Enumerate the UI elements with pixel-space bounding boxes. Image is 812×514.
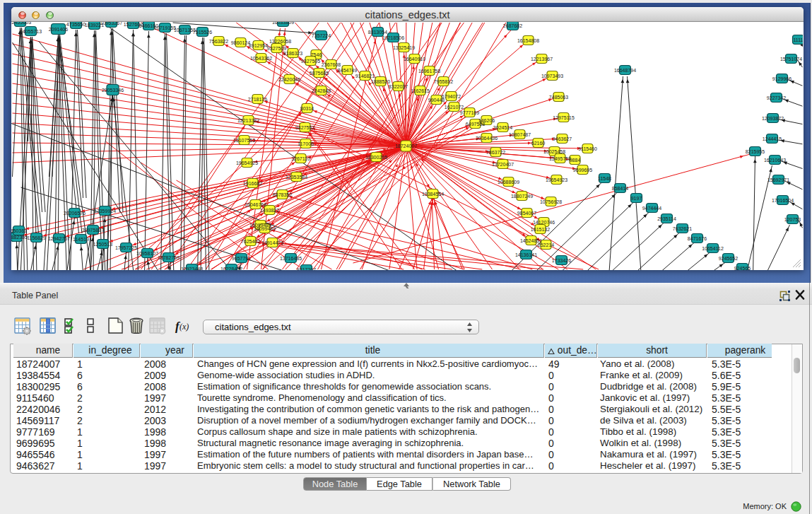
svg-text:39975887: 39975887 [82,228,104,233]
svg-text:16640910: 16640910 [404,57,425,62]
svg-text:16961758: 16961758 [418,69,440,74]
svg-text:13226058: 13226058 [269,39,291,44]
svg-text:8471676: 8471676 [688,236,707,241]
svg-text:16033809: 16033809 [272,22,294,25]
svg-text:7632621: 7632621 [673,226,692,231]
svg-text:120753: 120753 [784,217,801,222]
svg-text:9227342: 9227342 [767,95,786,100]
svg-text:114519: 114519 [73,237,89,242]
svg-text:2935114: 2935114 [657,216,676,221]
svg-text:9777169: 9777169 [460,110,479,115]
svg-text:7515526: 7515526 [193,30,212,35]
svg-text:1733426: 1733426 [552,258,571,263]
svg-text:12353584: 12353584 [286,175,307,180]
svg-text:8813054: 8813054 [368,30,387,35]
svg-text:10688609: 10688609 [498,180,519,185]
svg-text:10973493: 10973493 [541,74,563,78]
svg-text:10958107: 10958107 [136,251,158,256]
svg-text:15495758: 15495758 [549,156,571,161]
svg-text:8186323: 8186323 [283,51,302,56]
svg-text:12093872: 12093872 [762,116,784,121]
svg-text:15751074: 15751074 [780,57,802,62]
svg-text:7625402: 7625402 [241,239,260,244]
svg-text:8912954: 8912954 [249,43,268,48]
svg-text:19218506: 19218506 [382,35,404,40]
svg-text:12942757: 12942757 [48,236,70,241]
svg-text:1621072: 1621072 [445,105,464,110]
svg-text:16046766: 16046766 [245,202,266,207]
svg-text:1916682: 1916682 [243,181,262,186]
svg-text:252214: 252214 [538,243,554,247]
svg-text:4735650: 4735650 [66,22,86,27]
svg-text:13716485: 13716485 [280,256,302,261]
svg-text:14055713: 14055713 [20,29,42,34]
svg-text:1156829: 1156829 [27,235,46,240]
svg-text:80314: 80314 [300,106,314,111]
svg-text:9146821: 9146821 [355,74,375,78]
svg-text:1888520: 1888520 [371,79,390,84]
svg-text:14136141: 14136141 [515,252,537,257]
svg-text:9884: 9884 [570,158,581,163]
svg-text:10543362: 10543362 [250,56,272,61]
svg-text:10756928: 10756928 [540,199,562,204]
svg-text:10228452: 10228452 [220,267,242,271]
svg-text:8454749: 8454749 [338,68,357,73]
svg-text:20206576: 20206576 [64,211,86,216]
svg-text:2687682: 2687682 [503,23,522,28]
svg-text:17016504: 17016504 [772,198,794,203]
svg-text:10807487: 10807487 [509,132,531,137]
svg-text:5875685: 5875685 [310,71,329,76]
svg-text:22420046: 22420046 [278,77,300,82]
svg-text:1493822: 1493822 [260,208,279,213]
svg-text:(x): (x) [180,322,189,332]
svg-text:7955812: 7955812 [434,79,453,84]
svg-text:10953267: 10953267 [100,22,122,25]
svg-text:9327505: 9327505 [301,59,320,64]
svg-text:14914479: 14914479 [261,240,283,245]
svg-text:9860124: 9860124 [231,40,250,45]
svg-text:13325419: 13325419 [393,45,415,50]
svg-text:25882305: 25882305 [11,235,28,240]
svg-text:12923448: 12923448 [181,267,203,271]
svg-text:9699695: 9699695 [573,168,592,173]
svg-text:7546: 7546 [311,52,322,57]
svg-text:9474444: 9474444 [642,206,661,211]
svg-text:1162615: 1162615 [411,88,430,93]
svg-text:7563822: 7563822 [209,39,228,44]
svg-text:16782759: 16782759 [158,255,180,260]
svg-text:1244415: 1244415 [763,136,782,141]
svg-text:858414: 858414 [612,186,628,191]
svg-text:3024514: 3024514 [493,125,512,130]
svg-text:1111: 1111 [793,37,803,42]
svg-text:9129966: 9129966 [772,76,792,81]
svg-text:850361: 850361 [11,228,27,233]
svg-text:16210643: 16210643 [764,158,786,163]
svg-text:22455603: 22455603 [11,22,31,25]
svg-text:9427552: 9427552 [295,125,314,130]
svg-text:16099489: 16099489 [254,226,276,231]
svg-text:13720407: 13720407 [492,162,514,167]
svg-text:17957225: 17957225 [115,245,137,250]
svg-text:29053346: 29053346 [102,88,124,93]
svg-text:9115460: 9115460 [578,146,597,151]
svg-text:17359924: 17359924 [94,209,116,214]
svg-text:19654925: 19654925 [236,160,258,165]
svg-text:1250513: 1250513 [93,242,112,247]
svg-text:16107553: 16107553 [233,138,255,143]
svg-text:6497568: 6497568 [466,122,485,127]
svg-text:8678352: 8678352 [273,192,292,197]
svg-text:14120746: 14120746 [533,220,555,225]
svg-text:9854067: 9854067 [517,211,536,216]
svg-text:18807249: 18807249 [511,194,533,199]
svg-text:19654923: 19654923 [546,177,567,182]
svg-text:18724007: 18724007 [395,144,417,148]
svg-text:9327509: 9327509 [267,46,286,51]
svg-text:7863722: 7863722 [486,150,505,155]
svg-text:9245652: 9245652 [719,256,738,261]
svg-text:7357224: 7357224 [312,33,331,38]
svg-text:8322037: 8322037 [389,84,408,89]
svg-text:3267110: 3267110 [291,156,310,161]
svg-text:6794072: 6794072 [442,94,461,99]
svg-text:1615132: 1615132 [531,227,550,232]
svg-text:7485063: 7485063 [549,95,568,100]
